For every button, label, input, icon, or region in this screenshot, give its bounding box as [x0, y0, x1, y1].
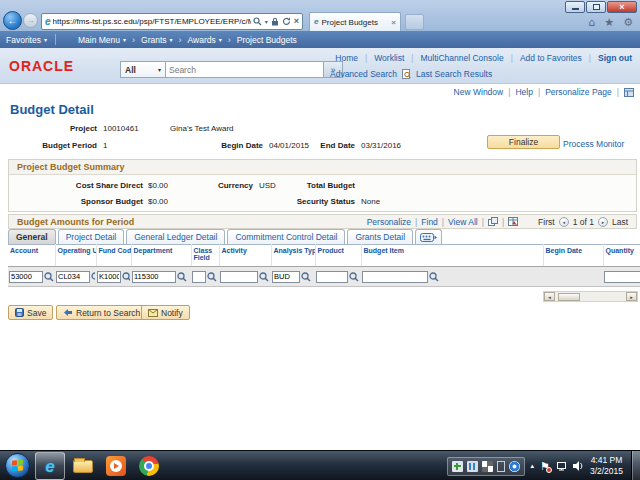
search-scope-select[interactable]: All ▾ — [120, 61, 166, 78]
scroll-left-button[interactable]: ◂ — [544, 292, 555, 301]
sign-out-link[interactable]: Sign out — [598, 53, 632, 63]
scrollbar-thumb[interactable] — [558, 293, 580, 301]
tab-general-ledger-detail[interactable]: General Ledger Detail — [126, 229, 225, 244]
notify-button[interactable]: Notify — [141, 305, 190, 320]
class-field-lookup-icon[interactable] — [207, 272, 217, 282]
search-input[interactable] — [166, 61, 324, 78]
account-input[interactable] — [9, 271, 43, 283]
taskbar-internet-explorer-button[interactable]: e — [35, 452, 65, 480]
tab-commitment-control-detail[interactable]: Commitment Control Detail — [227, 229, 345, 244]
taskbar-file-explorer-button[interactable] — [68, 452, 98, 480]
product-lookup-icon[interactable] — [349, 272, 359, 282]
col-budget-item[interactable]: Budget Item — [361, 245, 543, 267]
volume-icon[interactable] — [573, 461, 584, 471]
tab-grants-detail[interactable]: Grants Detail — [347, 229, 413, 244]
tab-close-icon[interactable]: × — [391, 18, 396, 27]
window-restore-button[interactable] — [586, 1, 606, 13]
view-all-link[interactable]: View All — [448, 217, 478, 227]
browser-tab[interactable]: e Project Budgets × — [309, 12, 401, 31]
zoom-grid-icon[interactable] — [488, 217, 498, 226]
address-bar[interactable]: e https://fms-tst.ps.sc.edu/psp/FTST/EMP… — [41, 13, 303, 30]
personalize-layout-icon[interactable] — [624, 88, 634, 97]
show-all-columns-tab[interactable] — [415, 229, 442, 244]
previous-row-button[interactable]: ◂ — [559, 217, 569, 227]
grid-horizontal-scrollbar[interactable]: ◂ ▸ — [543, 291, 638, 302]
process-monitor-link[interactable]: Process Monitor — [563, 139, 624, 149]
col-analysis-type[interactable]: Analysis Type — [271, 245, 315, 267]
show-desktop-button[interactable] — [631, 451, 640, 480]
product-input[interactable] — [316, 271, 348, 283]
taskbar-media-player-button[interactable] — [101, 452, 131, 480]
col-account[interactable]: Account — [8, 245, 55, 267]
tray-panel-icon[interactable] — [497, 461, 505, 472]
new-window-link[interactable]: New Window — [454, 87, 504, 97]
col-operating-unit[interactable]: Operating Unit — [55, 245, 96, 267]
nav-multichannel-link[interactable]: MultiChannel Console — [421, 53, 504, 63]
nav-add-to-favorites-link[interactable]: Add to Favorites — [520, 53, 582, 63]
settings-gear-icon[interactable]: ⚙ — [623, 17, 633, 28]
taskbar-clock[interactable]: 4:41 PM 3/2/2015 — [590, 455, 623, 477]
budget-item-lookup-icon[interactable] — [429, 272, 439, 282]
last-search-results-link[interactable]: Last Search Results — [416, 69, 492, 79]
nav-worklist-link[interactable]: Worklist — [374, 53, 404, 63]
first-label[interactable]: First — [538, 217, 555, 227]
fund-code-input[interactable] — [97, 271, 121, 283]
lock-icon[interactable] — [271, 17, 279, 26]
col-quantity[interactable]: Quantity — [603, 245, 640, 267]
budget-item-input[interactable] — [362, 271, 428, 283]
col-activity[interactable]: Activity — [219, 245, 271, 267]
url-text[interactable]: https://fms-tst.ps.sc.edu/psp/FTST/EMPLO… — [53, 17, 251, 26]
analysis-type-lookup-icon[interactable] — [301, 272, 311, 282]
stop-icon[interactable]: × — [294, 17, 299, 26]
tab-project-detail[interactable]: Project Detail — [58, 229, 125, 244]
tray-checker-icon[interactable] — [482, 461, 493, 472]
main-menu[interactable]: Main Menu ▾ — [78, 35, 126, 45]
finalize-button[interactable]: Finalize — [487, 135, 560, 149]
start-button[interactable] — [5, 453, 30, 478]
download-grid-icon[interactable] — [508, 217, 518, 226]
network-icon[interactable] — [556, 461, 567, 471]
tray-pause-icon[interactable] — [467, 461, 478, 472]
operating-unit-input[interactable] — [56, 271, 90, 283]
action-center-flag-icon[interactable]: ⚑ — [540, 461, 550, 472]
account-lookup-icon[interactable] — [44, 272, 54, 282]
home-icon[interactable]: ⌂ — [588, 17, 595, 28]
fund-code-lookup-icon[interactable] — [122, 272, 130, 282]
col-department[interactable]: Department — [131, 245, 191, 267]
autocomplete-caret-icon[interactable]: ▾ — [265, 19, 268, 25]
tray-expand-icon[interactable]: ▴ — [531, 462, 535, 470]
personalize-page-link[interactable]: Personalize Page — [545, 87, 612, 97]
col-class-field[interactable]: Class Field — [191, 245, 219, 267]
scroll-right-button[interactable]: ▸ — [626, 292, 637, 301]
col-product[interactable]: Product — [315, 245, 361, 267]
taskbar-chrome-button[interactable] — [134, 452, 164, 480]
class-field-input[interactable] — [192, 271, 206, 283]
department-input[interactable] — [132, 271, 176, 283]
last-label[interactable]: Last — [612, 217, 628, 227]
breadcrumb-grants[interactable]: Grants ▾ — [141, 35, 173, 45]
window-close-button[interactable]: × — [607, 1, 637, 13]
breadcrumb-awards[interactable]: Awards ▾ — [188, 35, 222, 45]
search-icon[interactable] — [253, 17, 262, 26]
next-row-button[interactable]: ▸ — [598, 217, 608, 227]
tab-general[interactable]: General — [8, 229, 56, 244]
tray-app-window-icon[interactable] — [452, 461, 463, 472]
save-button[interactable]: Save — [8, 305, 53, 320]
window-minimize-button[interactable] — [565, 1, 585, 13]
favorites-menu[interactable]: Favorites ▾ — [6, 35, 47, 45]
help-link[interactable]: Help — [515, 87, 532, 97]
activity-input[interactable] — [220, 271, 258, 283]
new-tab-button[interactable] — [405, 14, 424, 30]
analysis-type-input[interactable] — [272, 271, 300, 283]
find-link[interactable]: Find — [421, 217, 438, 227]
tray-disc-icon[interactable] — [509, 461, 520, 472]
activity-lookup-icon[interactable] — [259, 272, 269, 282]
department-lookup-icon[interactable] — [177, 272, 187, 282]
personalize-link[interactable]: Personalize — [367, 217, 411, 227]
browser-back-button[interactable]: ← — [3, 11, 22, 30]
browser-forward-button[interactable]: → — [23, 13, 38, 28]
quantity-input[interactable] — [604, 271, 640, 283]
col-fund-code[interactable]: Fund Code — [96, 245, 131, 267]
favorites-star-icon[interactable]: ★ — [604, 17, 614, 28]
col-begin-date[interactable]: Begin Date — [543, 245, 603, 267]
